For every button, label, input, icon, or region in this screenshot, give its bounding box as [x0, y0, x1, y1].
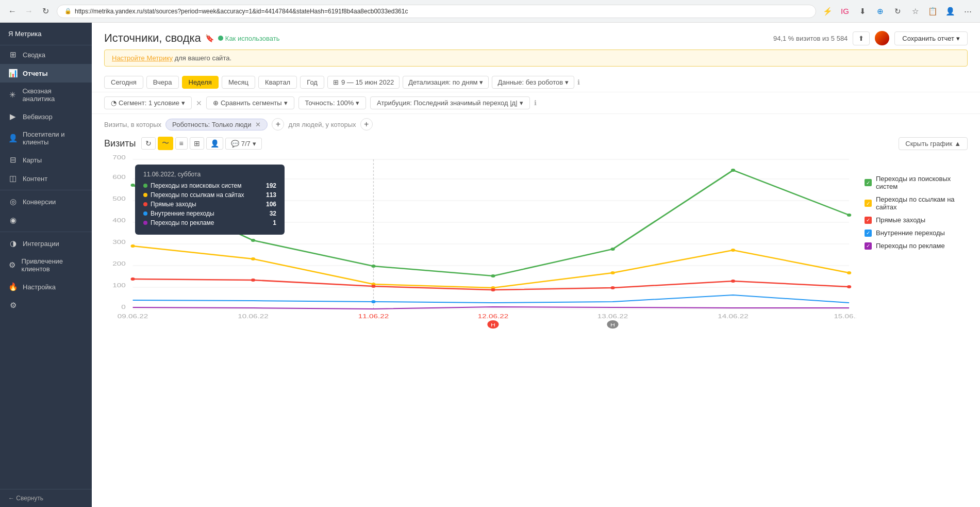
- setup-link[interactable]: Настройте Метрику: [112, 54, 173, 62]
- reload-button[interactable]: ↻: [38, 4, 53, 19]
- chevron-up-icon: ▲: [954, 140, 961, 148]
- add-people-filter-button[interactable]: +: [360, 118, 373, 130]
- sidebar-collapse[interactable]: ← Свернуть: [0, 489, 92, 507]
- sidebar-item-svodka[interactable]: ⊞ Сводка: [0, 45, 92, 64]
- sidebar-item-otchety[interactable]: 📊 Отчеты: [0, 64, 92, 83]
- sidebar-item-skvoznaya[interactable]: ✳ Сквозная аналитика: [0, 83, 92, 107]
- address-bar[interactable]: 🔒 https://metrika.yandex.ru/stat/sources…: [57, 5, 816, 18]
- forward-button[interactable]: →: [22, 4, 36, 19]
- detail-dropdown[interactable]: Детализация: по дням ▾: [403, 76, 489, 89]
- how-to-use-link[interactable]: Как использовать: [218, 35, 280, 42]
- upload-button[interactable]: ⬆: [853, 31, 870, 45]
- sidebar-item-label: Настройка: [23, 283, 56, 291]
- vebvizor-icon: ▶: [8, 112, 18, 121]
- attribution-button[interactable]: Атрибуция: Последний значимый переход |д…: [370, 96, 530, 109]
- svg-point-30: [371, 265, 375, 268]
- legend-checkbox-4: ✓: [865, 242, 872, 250]
- sidebar-item-integracii[interactable]: ⚙ Привлечение клиентов: [0, 253, 92, 277]
- sidebar-item-segmenty[interactable]: ◑ Интеграции: [0, 234, 92, 253]
- tooltip-row-1: Переходы по ссылкам на сайтах 113: [143, 191, 276, 199]
- period-week[interactable]: Неделя: [182, 76, 219, 89]
- hide-chart-button[interactable]: Скрыть график ▲: [899, 137, 968, 150]
- period-year[interactable]: Год: [300, 76, 324, 89]
- bar-chart-btn[interactable]: ≡: [175, 137, 188, 150]
- person-chart-btn[interactable]: 👤: [206, 137, 223, 150]
- svg-text:11.06.22: 11.06.22: [358, 313, 389, 319]
- kontent-icon: ◫: [8, 174, 18, 183]
- tooltip-label-4: Переходы по рекламе: [143, 219, 214, 226]
- svg-point-34: [847, 214, 851, 217]
- reading-list[interactable]: 📋: [925, 4, 940, 19]
- legend-item-1[interactable]: ✓ Переходы по ссылкам на сайтах: [865, 195, 968, 211]
- add-filter-button[interactable]: +: [272, 118, 284, 130]
- url-text: https://metrika.yandex.ru/stat/sources?p…: [75, 8, 408, 15]
- privlechenie-icon: 🔥: [8, 282, 18, 291]
- star-button[interactable]: ☆: [908, 4, 922, 19]
- metrics-button[interactable]: 💬 7/7 ▾: [225, 138, 262, 150]
- refresh-chart-btn[interactable]: ↻: [141, 137, 156, 150]
- chart-area: 11.06.2022, суббота Переходы из поисковы…: [104, 154, 856, 331]
- date-range-button[interactable]: ⊞ 9 — 15 июн 2022: [327, 76, 400, 89]
- chevron-down-icon: ▾: [520, 99, 523, 107]
- data-dropdown[interactable]: Данные: без роботов ▾: [492, 76, 574, 89]
- profile-button[interactable]: 👤: [943, 4, 957, 19]
- sidebar-item-nastrojka[interactable]: ⚙: [0, 296, 92, 315]
- period-quarter[interactable]: Квартал: [258, 76, 297, 89]
- legend-item-0[interactable]: ✓ Переходы из поисковых систем: [865, 175, 968, 190]
- sidebar-item-karty[interactable]: ⊟ Карты: [0, 151, 92, 169]
- visits-filter-label: Визиты, в которых: [104, 121, 161, 128]
- period-today[interactable]: Сегодня: [104, 76, 143, 89]
- line-chart-btn[interactable]: 〜: [158, 137, 173, 150]
- compare-button[interactable]: ⊕ Сравнить сегменты ▾: [206, 96, 294, 109]
- legend-item-4[interactable]: ✓ Переходы по рекламе: [865, 242, 968, 250]
- bookmark-icon[interactable]: 🔖: [205, 34, 214, 42]
- segmenty-icon: ◑: [8, 239, 18, 248]
- legend-label-0: Переходы из поисковых систем: [876, 175, 968, 190]
- tooltip-label-0: Переходы из поисковых систем: [143, 182, 241, 189]
- sidebar-item-label: Сквозная аналитика: [22, 87, 84, 103]
- legend-item-2[interactable]: ✓ Прямые заходы: [865, 216, 968, 224]
- info-icon[interactable]: ℹ: [577, 78, 580, 86]
- sidebar-item-label: Привлечение клиентов: [22, 257, 84, 273]
- accuracy-button[interactable]: Точность: 100% ▾: [298, 96, 366, 109]
- sidebar-item-celi[interactable]: ◎ Конверсии: [0, 192, 92, 211]
- svg-point-41: [847, 271, 851, 274]
- ig-extension[interactable]: IG: [838, 4, 852, 19]
- table-chart-btn[interactable]: ⊞: [190, 137, 204, 150]
- legend-item-3[interactable]: ✓ Внутренние переходы: [865, 229, 968, 237]
- back-button[interactable]: ←: [5, 4, 20, 19]
- period-month[interactable]: Месяц: [222, 76, 255, 89]
- tag-close-button[interactable]: ✕: [255, 121, 261, 128]
- sidebar-logo: Я Метрика: [0, 23, 92, 45]
- sidebar-item-privlechenie[interactable]: 🔥 Настройка: [0, 277, 92, 296]
- sidebar-item-label: Карты: [23, 156, 42, 164]
- edge-icon[interactable]: ⊕: [873, 4, 887, 19]
- visits-info: 94,1 % визитов из 5 584: [773, 35, 848, 42]
- attribution-info-icon[interactable]: ℹ: [534, 99, 537, 107]
- period-yesterday[interactable]: Вчера: [146, 76, 179, 89]
- chart-title: Визиты: [104, 138, 136, 149]
- sidebar-item-vebvizor[interactable]: ▶ Вебвизор: [0, 107, 92, 126]
- clear-segment-button[interactable]: ✕: [196, 99, 202, 107]
- segment-button[interactable]: ◔ Сегмент: 1 условие ▾: [104, 96, 192, 109]
- extensions-button[interactable]: ⚡: [820, 4, 835, 19]
- sidebar-item-label: Конверсии: [23, 198, 56, 206]
- tooltip-row-0: Переходы из поисковых систем 192: [143, 182, 276, 189]
- svg-point-46: [610, 286, 614, 289]
- chart-wrapper: 11.06.2022, суббота Переходы из поисковы…: [104, 154, 968, 331]
- segment-icon: ◔: [111, 99, 117, 107]
- calendar-icon: ⊞: [333, 78, 339, 86]
- refresh-icon2[interactable]: ↻: [890, 4, 905, 19]
- save-report-button[interactable]: Сохранить отчет ▾: [894, 31, 968, 45]
- sidebar-item-posetiteli[interactable]: 👤 Посетители и клиенты: [0, 126, 92, 151]
- download-button[interactable]: ⬇: [855, 4, 870, 19]
- attribution-label: Атрибуция: Последний значимый переход |д…: [377, 99, 518, 107]
- chart-header: Визиты ↻ 〜 ≡ ⊞ 👤 💬 7/7 ▾: [104, 137, 968, 150]
- chevron-down-icon: ▾: [565, 78, 569, 86]
- sidebar-item-konversii[interactable]: ◉: [0, 211, 92, 230]
- hide-chart-label: Скрыть график: [905, 140, 952, 148]
- filter-separator: для людей, у которых: [288, 121, 356, 128]
- menu-button[interactable]: ⋯: [960, 4, 975, 19]
- legend-checkbox-1: ✓: [865, 200, 872, 207]
- sidebar-item-kontent[interactable]: ◫ Контент: [0, 169, 92, 188]
